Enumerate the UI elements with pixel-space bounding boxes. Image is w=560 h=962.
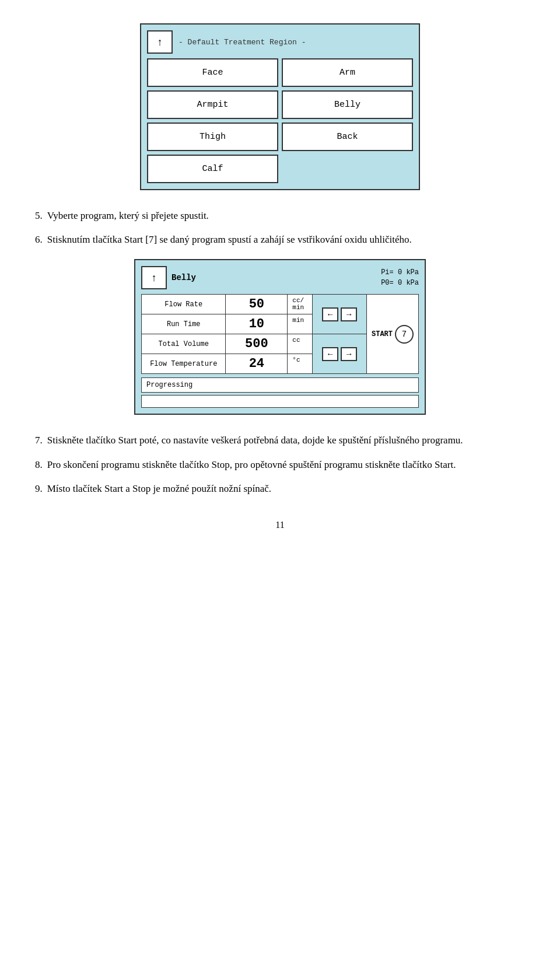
total-volume-value: 500: [226, 334, 288, 354]
bottom-bar: [141, 395, 419, 408]
region-buttons-grid: Face Arm Armpit Belly Thigh Back Calf: [147, 58, 413, 183]
run-time-unit: min: [288, 314, 313, 334]
start-circle-number[interactable]: 7: [395, 325, 414, 344]
page-number: 11: [35, 520, 525, 530]
flow-temp-value: 24: [226, 354, 288, 374]
total-volume-label: Total Volume: [142, 334, 226, 354]
calf-button[interactable]: Calf: [147, 155, 278, 183]
armpit-button[interactable]: Armpit: [147, 90, 278, 119]
thigh-button[interactable]: Thigh: [147, 123, 278, 151]
back-button[interactable]: Back: [282, 123, 413, 151]
flow-rate-label: Flow Rate: [142, 295, 226, 314]
panel2-header: ↑ Belly Pi= 0 kPa P0= 0 kPa: [141, 266, 419, 289]
arrow-up-button[interactable]: ↑: [147, 30, 173, 54]
belly-button[interactable]: Belly: [282, 90, 413, 119]
flow-rate-value: 50: [226, 295, 288, 314]
flow-temp-label: Flow Temperature: [142, 354, 226, 374]
panel-header: ↑ - Default Treatment Region -: [147, 30, 413, 54]
item6-text: Stisknutím tlačítka Start [7] se daný pr…: [47, 232, 412, 247]
flow-rate-decrease[interactable]: ←: [322, 307, 338, 321]
paragraph-8: 8. Pro skončení programu stiskněte tlačí…: [35, 457, 525, 473]
paragraph-6: 6. Stisknutím tlačítka Start [7] se daný…: [35, 232, 525, 247]
p0-reading: P0= 0 kPa: [381, 278, 419, 288]
flow-rate-unit: cc/min: [288, 295, 313, 314]
region-label: Belly: [172, 273, 196, 282]
item5-text: Vyberte program, který si přejete spusti…: [47, 208, 209, 223]
paragraph-9: 9. Místo tlačítek Start a Stop je možné …: [35, 481, 525, 496]
flow-rate-controls: ← →: [313, 295, 367, 334]
item5-number: 5.: [35, 208, 43, 223]
start-area: START 7: [366, 295, 418, 374]
diagram2: ↑ Belly Pi= 0 kPa P0= 0 kPa Flow Rate 50…: [35, 259, 525, 415]
arm-button[interactable]: Arm: [282, 58, 413, 87]
flow-rate-row: Flow Rate 50 cc/min ← → START 7: [142, 295, 419, 314]
item9-number: 9.: [35, 481, 43, 496]
run-time-increase[interactable]: →: [341, 347, 357, 361]
progressing-label: Progressing: [141, 377, 419, 393]
item7-text: Stiskněte tlačítko Start poté, co nastav…: [47, 432, 463, 448]
default-region-label: - Default Treatment Region -: [178, 38, 306, 47]
pressure-info: Pi= 0 kPa P0= 0 kPa: [381, 267, 419, 288]
ctrl-row-1: ← →: [317, 307, 362, 321]
item9-text: Místo tlačítek Start a Stop je možné pou…: [47, 481, 271, 496]
flow-temp-unit: °c: [288, 354, 313, 374]
item6-number: 6.: [35, 232, 43, 247]
paragraph-5: 5. Vyberte program, který si přejete spu…: [35, 208, 525, 223]
diagram1: ↑ - Default Treatment Region - Face Arm …: [35, 23, 525, 190]
start-label[interactable]: START: [372, 330, 393, 338]
paragraph-7: 7. Stiskněte tlačítko Start poté, co nas…: [35, 432, 525, 448]
run-time-decrease[interactable]: ←: [322, 347, 338, 361]
parameters-table: Flow Rate 50 cc/min ← → START 7: [141, 294, 419, 374]
item7-number: 7.: [35, 432, 43, 448]
belly-panel: ↑ Belly Pi= 0 kPa P0= 0 kPa Flow Rate 50…: [134, 259, 426, 415]
treatment-region-panel: ↑ - Default Treatment Region - Face Arm …: [140, 23, 420, 190]
flow-rate-increase[interactable]: →: [341, 307, 357, 321]
item8-number: 8.: [35, 457, 43, 473]
run-time-controls: ← →: [313, 334, 367, 374]
start-button-area: START 7: [372, 325, 414, 344]
run-time-label: Run Time: [142, 314, 226, 334]
panel2-header-left: ↑ Belly: [141, 266, 196, 289]
pi-reading: Pi= 0 kPa: [381, 267, 419, 278]
item8-text: Pro skončení programu stiskněte tlačítko…: [47, 457, 456, 473]
face-button[interactable]: Face: [147, 58, 278, 87]
total-volume-unit: cc: [288, 334, 313, 354]
panel2-arrow-up[interactable]: ↑: [141, 266, 167, 289]
ctrl-row-2: ← →: [317, 347, 362, 361]
run-time-value: 10: [226, 314, 288, 334]
